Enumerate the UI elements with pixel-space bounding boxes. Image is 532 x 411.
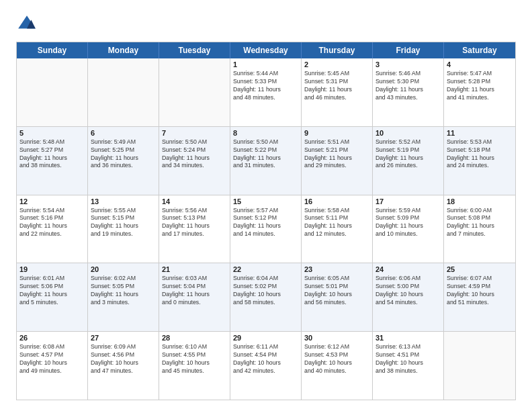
day-number: 13	[91, 197, 156, 205]
day-number: 6	[91, 129, 156, 137]
day-number: 31	[375, 334, 441, 342]
day-number: 22	[233, 265, 298, 273]
calendar-day-empty	[159, 58, 230, 126]
calendar-day-21: 21Sunrise: 6:03 AM Sunset: 5:04 PM Dayli…	[159, 263, 230, 331]
calendar-day-19: 19Sunrise: 6:01 AM Sunset: 5:06 PM Dayli…	[17, 263, 88, 331]
calendar-week-4: 19Sunrise: 6:01 AM Sunset: 5:06 PM Dayli…	[17, 263, 515, 332]
calendar-day-8: 8Sunrise: 5:50 AM Sunset: 5:22 PM Daylig…	[230, 127, 302, 195]
calendar-day-16: 16Sunrise: 5:58 AM Sunset: 5:11 PM Dayli…	[302, 195, 373, 263]
calendar-day-28: 28Sunrise: 6:10 AM Sunset: 4:55 PM Dayli…	[159, 332, 230, 400]
day-number: 21	[162, 265, 227, 273]
day-number: 2	[304, 60, 369, 68]
calendar-day-empty	[88, 58, 159, 126]
day-info: Sunrise: 6:02 AM Sunset: 5:05 PM Dayligh…	[91, 275, 156, 307]
day-info: Sunrise: 6:03 AM Sunset: 5:04 PM Dayligh…	[162, 275, 227, 307]
calendar-day-17: 17Sunrise: 5:59 AM Sunset: 5:09 PM Dayli…	[373, 195, 444, 263]
day-info: Sunrise: 5:44 AM Sunset: 5:33 PM Dayligh…	[233, 70, 298, 102]
logo	[16, 13, 42, 35]
calendar-day-23: 23Sunrise: 6:05 AM Sunset: 5:01 PM Dayli…	[302, 263, 373, 331]
day-info: Sunrise: 5:56 AM Sunset: 5:13 PM Dayligh…	[162, 207, 227, 239]
calendar-day-4: 4Sunrise: 5:47 AM Sunset: 5:28 PM Daylig…	[444, 58, 515, 126]
header-day-wednesday: Wednesday	[230, 42, 302, 58]
day-info: Sunrise: 5:45 AM Sunset: 5:31 PM Dayligh…	[304, 70, 369, 102]
calendar-week-1: 1Sunrise: 5:44 AM Sunset: 5:33 PM Daylig…	[17, 58, 515, 127]
calendar-day-30: 30Sunrise: 6:12 AM Sunset: 4:53 PM Dayli…	[302, 332, 373, 400]
day-number: 10	[375, 129, 441, 137]
day-info: Sunrise: 6:10 AM Sunset: 4:55 PM Dayligh…	[162, 343, 227, 375]
day-info: Sunrise: 6:12 AM Sunset: 4:53 PM Dayligh…	[304, 343, 369, 375]
day-number: 23	[304, 265, 369, 273]
day-info: Sunrise: 6:13 AM Sunset: 4:51 PM Dayligh…	[375, 343, 441, 375]
calendar-day-22: 22Sunrise: 6:04 AM Sunset: 5:02 PM Dayli…	[230, 263, 302, 331]
calendar-day-27: 27Sunrise: 6:09 AM Sunset: 4:56 PM Dayli…	[88, 332, 159, 400]
day-info: Sunrise: 5:50 AM Sunset: 5:24 PM Dayligh…	[162, 138, 227, 171]
calendar-week-2: 5Sunrise: 5:48 AM Sunset: 5:27 PM Daylig…	[17, 127, 515, 195]
calendar: SundayMondayTuesdayWednesdayThursdayFrid…	[16, 42, 516, 400]
day-number: 25	[447, 265, 513, 273]
day-number: 15	[233, 197, 298, 205]
day-info: Sunrise: 5:47 AM Sunset: 5:28 PM Dayligh…	[447, 70, 513, 102]
day-number: 9	[304, 129, 369, 137]
calendar-day-24: 24Sunrise: 6:06 AM Sunset: 5:00 PM Dayli…	[373, 263, 444, 331]
calendar-day-3: 3Sunrise: 5:46 AM Sunset: 5:30 PM Daylig…	[373, 58, 444, 126]
calendar-day-12: 12Sunrise: 5:54 AM Sunset: 5:16 PM Dayli…	[17, 195, 88, 263]
day-number: 12	[19, 197, 85, 205]
calendar-day-2: 2Sunrise: 5:45 AM Sunset: 5:31 PM Daylig…	[302, 58, 373, 126]
day-info: Sunrise: 5:51 AM Sunset: 5:21 PM Dayligh…	[304, 138, 369, 171]
day-number: 28	[162, 334, 227, 342]
calendar-body: 1Sunrise: 5:44 AM Sunset: 5:33 PM Daylig…	[17, 58, 515, 400]
day-info: Sunrise: 5:59 AM Sunset: 5:09 PM Dayligh…	[375, 207, 441, 239]
day-info: Sunrise: 6:04 AM Sunset: 5:02 PM Dayligh…	[233, 275, 298, 307]
day-info: Sunrise: 5:54 AM Sunset: 5:16 PM Dayligh…	[19, 207, 85, 239]
day-number: 5	[19, 129, 85, 137]
calendar-header: SundayMondayTuesdayWednesdayThursdayFrid…	[17, 42, 515, 58]
day-info: Sunrise: 5:48 AM Sunset: 5:27 PM Dayligh…	[19, 138, 85, 171]
calendar-day-15: 15Sunrise: 5:57 AM Sunset: 5:12 PM Dayli…	[230, 195, 302, 263]
calendar-day-13: 13Sunrise: 5:55 AM Sunset: 5:15 PM Dayli…	[88, 195, 159, 263]
header-day-thursday: Thursday	[302, 42, 373, 58]
day-info: Sunrise: 6:01 AM Sunset: 5:06 PM Dayligh…	[19, 275, 85, 307]
calendar-week-3: 12Sunrise: 5:54 AM Sunset: 5:16 PM Dayli…	[17, 195, 515, 264]
day-number: 1	[233, 60, 298, 68]
calendar-day-empty	[17, 58, 88, 126]
day-number: 18	[447, 197, 513, 205]
day-number: 11	[447, 129, 513, 137]
day-number: 24	[375, 265, 441, 273]
calendar-day-9: 9Sunrise: 5:51 AM Sunset: 5:21 PM Daylig…	[302, 127, 373, 195]
day-info: Sunrise: 6:05 AM Sunset: 5:01 PM Dayligh…	[304, 275, 369, 307]
page: SundayMondayTuesdayWednesdayThursdayFrid…	[0, 0, 532, 411]
day-info: Sunrise: 6:07 AM Sunset: 4:59 PM Dayligh…	[447, 275, 513, 307]
day-info: Sunrise: 6:11 AM Sunset: 4:54 PM Dayligh…	[233, 343, 298, 375]
day-info: Sunrise: 5:49 AM Sunset: 5:25 PM Dayligh…	[91, 138, 156, 171]
day-number: 26	[19, 334, 85, 342]
day-info: Sunrise: 5:52 AM Sunset: 5:19 PM Dayligh…	[375, 138, 441, 171]
day-number: 17	[375, 197, 441, 205]
day-info: Sunrise: 5:55 AM Sunset: 5:15 PM Dayligh…	[91, 207, 156, 239]
calendar-day-empty	[444, 332, 515, 400]
calendar-day-5: 5Sunrise: 5:48 AM Sunset: 5:27 PM Daylig…	[17, 127, 88, 195]
day-number: 14	[162, 197, 227, 205]
calendar-day-6: 6Sunrise: 5:49 AM Sunset: 5:25 PM Daylig…	[88, 127, 159, 195]
day-number: 8	[233, 129, 298, 137]
day-number: 7	[162, 129, 227, 137]
day-number: 16	[304, 197, 369, 205]
calendar-day-11: 11Sunrise: 5:53 AM Sunset: 5:18 PM Dayli…	[444, 127, 515, 195]
day-info: Sunrise: 5:58 AM Sunset: 5:11 PM Dayligh…	[304, 207, 369, 239]
logo-icon	[16, 13, 38, 35]
calendar-day-26: 26Sunrise: 6:08 AM Sunset: 4:57 PM Dayli…	[17, 332, 88, 400]
day-info: Sunrise: 5:57 AM Sunset: 5:12 PM Dayligh…	[233, 207, 298, 239]
calendar-week-5: 26Sunrise: 6:08 AM Sunset: 4:57 PM Dayli…	[17, 332, 515, 400]
calendar-day-14: 14Sunrise: 5:56 AM Sunset: 5:13 PM Dayli…	[159, 195, 230, 263]
day-number: 27	[91, 334, 156, 342]
header-day-monday: Monday	[88, 42, 159, 58]
header-day-saturday: Saturday	[444, 42, 515, 58]
calendar-day-25: 25Sunrise: 6:07 AM Sunset: 4:59 PM Dayli…	[444, 263, 515, 331]
day-info: Sunrise: 6:06 AM Sunset: 5:00 PM Dayligh…	[375, 275, 441, 307]
calendar-day-7: 7Sunrise: 5:50 AM Sunset: 5:24 PM Daylig…	[159, 127, 230, 195]
day-info: Sunrise: 5:46 AM Sunset: 5:30 PM Dayligh…	[375, 70, 441, 102]
header-day-sunday: Sunday	[17, 42, 88, 58]
day-info: Sunrise: 5:50 AM Sunset: 5:22 PM Dayligh…	[233, 138, 298, 171]
day-info: Sunrise: 5:53 AM Sunset: 5:18 PM Dayligh…	[447, 138, 513, 171]
day-number: 29	[233, 334, 298, 342]
calendar-day-10: 10Sunrise: 5:52 AM Sunset: 5:19 PM Dayli…	[373, 127, 444, 195]
